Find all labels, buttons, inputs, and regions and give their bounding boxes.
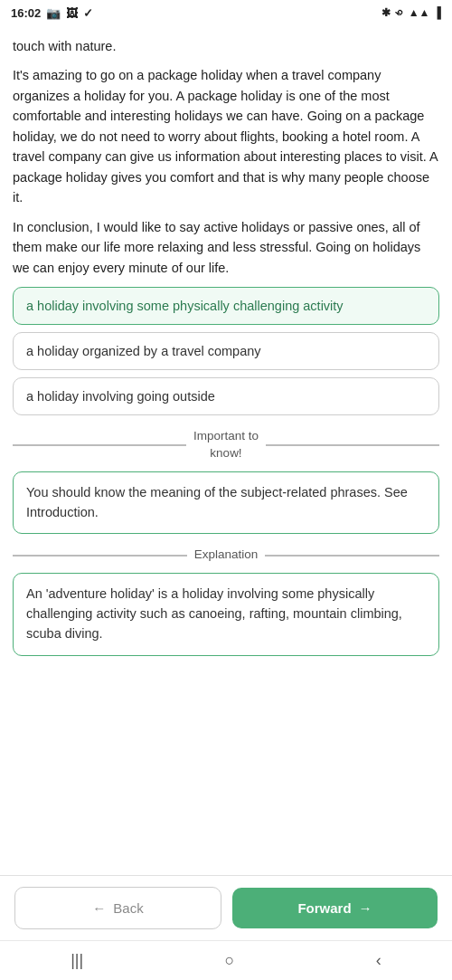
info-box: You should know the meaning of the subje… <box>13 471 439 535</box>
choice-3[interactable]: a holiday involving going outside <box>13 377 439 415</box>
battery-icon: ▐ <box>433 6 441 19</box>
choice-3-text: a holiday involving going outside <box>26 389 215 404</box>
paragraph-3: In conclusion, I would like to say activ… <box>13 217 439 278</box>
important-label: Important to know! <box>193 428 259 462</box>
time-display: 16:02 <box>11 6 41 20</box>
content-area: touch with nature. It's amazing to go on… <box>0 25 452 875</box>
explanation-box-text: An 'adventure holiday' is a holiday invo… <box>26 586 402 641</box>
choices-section: a holiday involving some physically chal… <box>13 287 439 415</box>
bluetooth-icon: ✱ <box>381 6 391 19</box>
divider-line-exp-left <box>13 555 187 557</box>
choice-1[interactable]: a holiday involving some physically chal… <box>13 287 439 325</box>
android-home-button[interactable]: ○ <box>207 944 253 977</box>
important-divider: Important to know! <box>13 428 439 462</box>
android-nav-bar: ||| ○ ‹ <box>0 940 452 980</box>
check-icon: ✓ <box>83 6 93 20</box>
camera-icon: 📷 <box>46 6 61 20</box>
divider-line-left <box>13 444 186 446</box>
choice-2[interactable]: a holiday organized by a travel company <box>13 332 439 370</box>
back-arrow-icon: ← <box>92 900 106 916</box>
divider-line-right <box>266 444 439 446</box>
wifi-icon: ▲▲ <box>409 6 430 19</box>
image-icon: 🖼 <box>66 6 78 20</box>
signal-icon: ꩜ <box>394 6 405 19</box>
choice-2-text: a holiday organized by a travel company <box>26 344 261 358</box>
back-label: Back <box>113 900 143 916</box>
forward-label: Forward <box>297 900 351 916</box>
bottom-nav: ← Back Forward → <box>0 875 452 940</box>
forward-button[interactable]: Forward → <box>232 888 438 928</box>
paragraph-1: touch with nature. <box>13 36 439 56</box>
explanation-box: An 'adventure holiday' is a holiday invo… <box>13 573 439 655</box>
choice-1-text: a holiday involving some physically chal… <box>26 299 344 313</box>
back-button[interactable]: ← Back <box>14 887 221 929</box>
status-right: ✱ ꩜ ▲▲ ▐ <box>381 6 441 19</box>
explanation-label: Explanation <box>194 547 259 564</box>
explanation-divider: Explanation <box>13 547 439 564</box>
forward-arrow-icon: → <box>359 900 372 916</box>
info-box-text: You should know the meaning of the subje… <box>26 485 408 519</box>
android-back-button[interactable]: ‹ <box>358 944 400 977</box>
paragraph-2: It's amazing to go on a package holiday … <box>13 65 439 207</box>
status-bar: 16:02 📷 🖼 ✓ ✱ ꩜ ▲▲ ▐ <box>0 0 452 25</box>
android-menu-button[interactable]: ||| <box>52 944 101 977</box>
status-left: 16:02 📷 🖼 ✓ <box>11 6 93 20</box>
divider-line-exp-right <box>265 555 439 557</box>
